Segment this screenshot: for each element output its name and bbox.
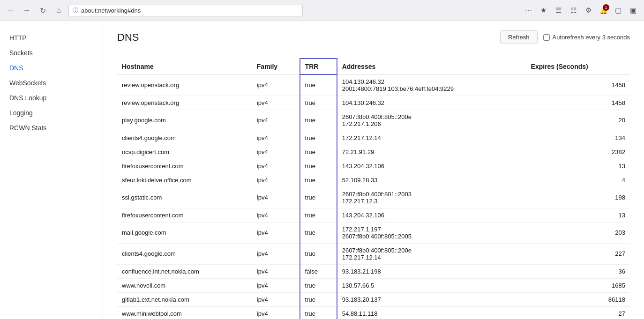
cell-trr: true bbox=[300, 173, 337, 187]
cell-family: ipv4 bbox=[252, 131, 300, 145]
cell-hostname: mail.google.com bbox=[117, 222, 252, 243]
header-controls: Refresh Autorefresh every 3 seconds bbox=[500, 30, 630, 44]
cell-expires: 203 bbox=[526, 222, 630, 243]
cell-family: ipv4 bbox=[252, 208, 300, 222]
sidebar-item-websockets[interactable]: WebSockets bbox=[0, 75, 103, 90]
home-button[interactable]: ⌂ bbox=[52, 4, 65, 16]
autorefresh-checkbox[interactable] bbox=[543, 34, 550, 41]
sidebar-item-dns[interactable]: DNS bbox=[0, 60, 103, 75]
cell-addresses: 54.88.11.118 bbox=[337, 306, 526, 319]
settings-button[interactable]: ⚙ bbox=[582, 4, 594, 16]
more-button[interactable]: ⋯ bbox=[522, 4, 534, 16]
table-row: www.novell.comipv4true130.57.66.51685 bbox=[117, 278, 630, 292]
sidebar-item-dns-lookup[interactable]: DNS Lookup bbox=[0, 90, 103, 105]
table-row: clients4.google.comipv4true172.217.12.14… bbox=[117, 131, 630, 145]
table-row: gitlab1.ext.net.nokia.comipv4true93.183.… bbox=[117, 292, 630, 306]
cell-family: ipv4 bbox=[252, 278, 300, 292]
cell-addresses: 93.183.20.137 bbox=[337, 292, 526, 306]
reload-button[interactable]: ↻ bbox=[37, 4, 49, 16]
cell-hostname: firefoxusercontent.com bbox=[117, 159, 252, 173]
sidebar-item-sockets[interactable]: Sockets bbox=[0, 45, 103, 60]
col-addresses: Addresses bbox=[337, 59, 526, 74]
library-button[interactable]: ☰ bbox=[552, 4, 564, 16]
cell-trr: true bbox=[300, 243, 337, 264]
sidebar-item-rcwn-stats[interactable]: RCWN Stats bbox=[0, 120, 103, 135]
cell-trr: true bbox=[300, 145, 337, 159]
col-trr: TRR bbox=[300, 59, 337, 74]
cell-family: ipv4 bbox=[252, 96, 300, 110]
bookmark-button[interactable]: ★ bbox=[537, 4, 549, 16]
address-bar[interactable]: ⓘ about:networking#dns bbox=[68, 5, 303, 16]
cell-addresses: 52.109.28.33 bbox=[337, 173, 526, 187]
screenshot-button[interactable]: ▣ bbox=[627, 4, 639, 16]
cell-hostname: www.miniwebtool.com bbox=[117, 306, 252, 319]
cell-expires: 13 bbox=[526, 208, 630, 222]
toolbar-right: ⋯ ★ ☰ ☷ ⚙ 🔔 1 ▢ ▣ bbox=[522, 4, 639, 16]
cell-expires: 198 bbox=[526, 187, 630, 208]
info-icon: ⓘ bbox=[73, 7, 78, 15]
cell-trr: true bbox=[300, 159, 337, 173]
cell-hostname: clients4.google.com bbox=[117, 243, 252, 264]
cell-addresses: 143.204.32.106 bbox=[337, 208, 526, 222]
url-text: about:networking#dns bbox=[81, 7, 141, 14]
table-row: ssl.gstatic.comipv4true2607:f8b0:400f:80… bbox=[117, 187, 630, 208]
reader-view-button[interactable]: ▢ bbox=[612, 4, 624, 16]
cell-expires: 1685 bbox=[526, 278, 630, 292]
table-row: www.miniwebtool.comipv4true54.88.11.1182… bbox=[117, 306, 630, 319]
dns-table: Hostname Family TRR Addresses Expires (S… bbox=[117, 58, 630, 319]
cell-hostname: ocsp.digicert.com bbox=[117, 145, 252, 159]
cell-trr: true bbox=[300, 306, 337, 319]
forward-button[interactable]: → bbox=[21, 4, 33, 16]
table-row: clients4.google.comipv4true2607:f8b0:400… bbox=[117, 243, 630, 264]
cell-hostname: clients4.google.com bbox=[117, 131, 252, 145]
col-expires: Expires (Seconds) bbox=[526, 59, 630, 74]
table-row: review.openstack.orgipv4true104.130.246.… bbox=[117, 96, 630, 110]
refresh-button[interactable]: Refresh bbox=[500, 30, 538, 44]
cell-addresses: 172.217.1.1972607:f8b0:400f:805::2005 bbox=[337, 222, 526, 243]
cell-expires: 227 bbox=[526, 243, 630, 264]
sidebar-item-logging[interactable]: Logging bbox=[0, 105, 103, 120]
cell-trr: true bbox=[300, 222, 337, 243]
table-header-row: Hostname Family TRR Addresses Expires (S… bbox=[117, 59, 630, 74]
page-header: DNS Refresh Autorefresh every 3 seconds bbox=[117, 30, 630, 44]
col-hostname: Hostname bbox=[117, 59, 252, 74]
cell-addresses: 93.183.21.198 bbox=[337, 264, 526, 278]
cell-trr: true bbox=[300, 131, 337, 145]
cell-hostname: review.openstack.org bbox=[117, 74, 252, 96]
cell-hostname: confluence.int.net.nokia.com bbox=[117, 264, 252, 278]
cell-addresses: 104.130.246.322001:4800:7819:103:be76:4e… bbox=[337, 74, 526, 96]
cell-hostname: www.novell.com bbox=[117, 278, 252, 292]
cell-family: ipv4 bbox=[252, 159, 300, 173]
cell-family: ipv4 bbox=[252, 306, 300, 319]
page-title: DNS bbox=[117, 31, 139, 44]
cell-trr: true bbox=[300, 74, 337, 96]
table-row: confluence.int.net.nokia.comipv4false93.… bbox=[117, 264, 630, 278]
cell-hostname: sfeur.loki.delve.office.com bbox=[117, 173, 252, 187]
cell-family: ipv4 bbox=[252, 264, 300, 278]
autorefresh-label: Autorefresh every 3 seconds bbox=[553, 34, 630, 41]
sidebar: HTTP Sockets DNS WebSockets DNS Lookup L… bbox=[0, 21, 103, 319]
cell-expires: 20 bbox=[526, 110, 630, 131]
notifications-button[interactable]: 🔔 1 bbox=[597, 4, 609, 16]
cell-addresses: 2607:f8b0:400f:801::2003172.217.12.3 bbox=[337, 187, 526, 208]
synced-tabs-button[interactable]: ☷ bbox=[567, 4, 579, 16]
cell-expires: 36 bbox=[526, 264, 630, 278]
cell-addresses: 2607:f8b0:400f:805::200e172.217.12.14 bbox=[337, 243, 526, 264]
browser-toolbar: ← → ↻ ⌂ ⓘ about:networking#dns ⋯ ★ ☰ ☷ ⚙… bbox=[0, 0, 644, 21]
cell-family: ipv4 bbox=[252, 110, 300, 131]
back-button[interactable]: ← bbox=[5, 4, 17, 16]
col-family: Family bbox=[252, 59, 300, 74]
cell-family: ipv4 bbox=[252, 74, 300, 96]
cell-expires: 13 bbox=[526, 159, 630, 173]
cell-family: ipv4 bbox=[252, 145, 300, 159]
table-row: play.google.comipv4true2607:f8b0:400f:80… bbox=[117, 110, 630, 131]
main-content: DNS Refresh Autorefresh every 3 seconds … bbox=[103, 21, 644, 319]
table-row: ocsp.digicert.comipv4true72.21.91.292382 bbox=[117, 145, 630, 159]
cell-family: ipv4 bbox=[252, 243, 300, 264]
cell-hostname: ssl.gstatic.com bbox=[117, 187, 252, 208]
notification-count: 1 bbox=[603, 4, 609, 11]
table-row: mail.google.comipv4true172.217.1.1972607… bbox=[117, 222, 630, 243]
cell-family: ipv4 bbox=[252, 173, 300, 187]
sidebar-item-http[interactable]: HTTP bbox=[0, 30, 103, 45]
cell-hostname: gitlab1.ext.net.nokia.com bbox=[117, 292, 252, 306]
